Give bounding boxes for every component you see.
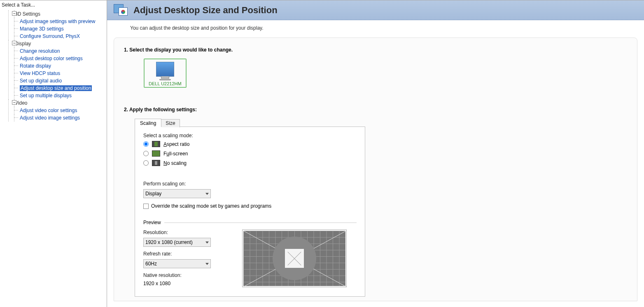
title-bar: Adjust Desktop Size and Position — [107, 0, 644, 20]
tree-link[interactable]: Set up multiple displays — [20, 93, 72, 98]
resolution-value: 1920 x 1080 (current) — [145, 239, 193, 245]
scaling-mode-option-label: No scaling — [163, 160, 187, 166]
resolution-select[interactable]: 1920 x 1080 (current) — [143, 238, 211, 247]
tree-link[interactable]: Adjust video image settings — [20, 115, 80, 121]
task-tree: −3D SettingsAdjust image settings with p… — [0, 9, 107, 122]
scaling-mode-option-label: Aspect ratio — [163, 141, 189, 147]
tree-link[interactable]: Configure Surround, PhysX — [20, 33, 80, 39]
chevron-down-icon — [205, 241, 209, 244]
page-title: Adjust Desktop Size and Position — [133, 5, 278, 16]
scaling-mode-radio[interactable] — [143, 151, 149, 156]
chevron-down-icon — [205, 193, 209, 195]
scaling-mode-option-label: Full-screen — [163, 151, 188, 157]
tree-toggle-icon[interactable]: − — [12, 41, 16, 45]
refresh-value: 60Hz — [145, 261, 157, 267]
scaling-mode-icon — [152, 160, 160, 166]
preview-label: Preview — [143, 220, 161, 225]
main-panel: Adjust Desktop Size and Position You can… — [107, 0, 644, 307]
intro-text: You can adjust the desktop size and posi… — [107, 20, 644, 37]
scaling-mode-radio[interactable] — [143, 141, 149, 147]
native-label: Native resolution: — [143, 272, 217, 278]
tree-link[interactable]: Adjust video color settings — [20, 108, 77, 113]
divider — [164, 223, 357, 223]
tree-link[interactable]: Adjust desktop color settings — [20, 56, 83, 61]
refresh-select[interactable]: 60Hz — [143, 259, 211, 268]
native-value: 1920 x 1080 — [143, 281, 217, 286]
override-label: Override the scaling mode set by games a… — [151, 203, 271, 209]
tree-link[interactable]: Change resolution — [20, 48, 60, 54]
tree-link[interactable]: Manage 3D settings — [20, 26, 64, 32]
preview-image — [242, 230, 347, 287]
content-area: 1. Select the display you would like to … — [114, 37, 637, 301]
tab-scaling[interactable]: Scaling — [135, 119, 161, 127]
step1-label: 1. Select the display you would like to … — [124, 47, 627, 53]
sidebar: Select a Task... −3D SettingsAdjust imag… — [0, 0, 107, 307]
step2-label: 2. Apply the following settings: — [124, 107, 627, 112]
scaling-mode-radio[interactable] — [143, 160, 149, 166]
perform-scaling-label: Perform scaling on: — [143, 181, 357, 187]
tree-link[interactable]: Set up digital audio — [20, 78, 62, 84]
tree-link[interactable]: Adjust image settings with preview — [20, 19, 95, 24]
scaling-panel: Select a scaling mode: Aspect ratioFull-… — [135, 127, 365, 297]
tree-link[interactable]: Adjust desktop size and position — [20, 85, 92, 91]
tree-group-label[interactable]: Display — [15, 41, 31, 47]
scaling-mode-icon — [152, 150, 160, 157]
perform-scaling-value: Display — [145, 191, 161, 197]
display-thumbnail[interactable]: DELL U2212HM — [144, 59, 187, 88]
tree-group-label[interactable]: 3D Settings — [15, 11, 40, 17]
tree-toggle-icon[interactable]: − — [12, 11, 16, 16]
chevron-down-icon — [205, 263, 209, 265]
display-position-icon — [114, 4, 128, 16]
tree-link[interactable]: Rotate display — [20, 63, 51, 69]
perform-scaling-select[interactable]: Display — [143, 189, 211, 198]
scaling-mode-label: Select a scaling mode: — [143, 133, 357, 138]
display-name: DELL U2212HM — [149, 81, 182, 86]
override-checkbox[interactable] — [143, 204, 149, 209]
tab-size[interactable]: Size — [161, 119, 180, 127]
refresh-label: Refresh rate: — [143, 251, 217, 257]
resolution-label: Resolution: — [143, 230, 217, 235]
scaling-mode-icon — [152, 141, 160, 147]
monitor-icon — [156, 62, 174, 77]
tree-toggle-icon[interactable]: − — [12, 100, 16, 105]
tree-link[interactable]: View HDCP status — [20, 70, 60, 76]
tree-group-label[interactable]: Video — [15, 100, 27, 106]
sidebar-title: Select a Task... — [0, 1, 107, 9]
